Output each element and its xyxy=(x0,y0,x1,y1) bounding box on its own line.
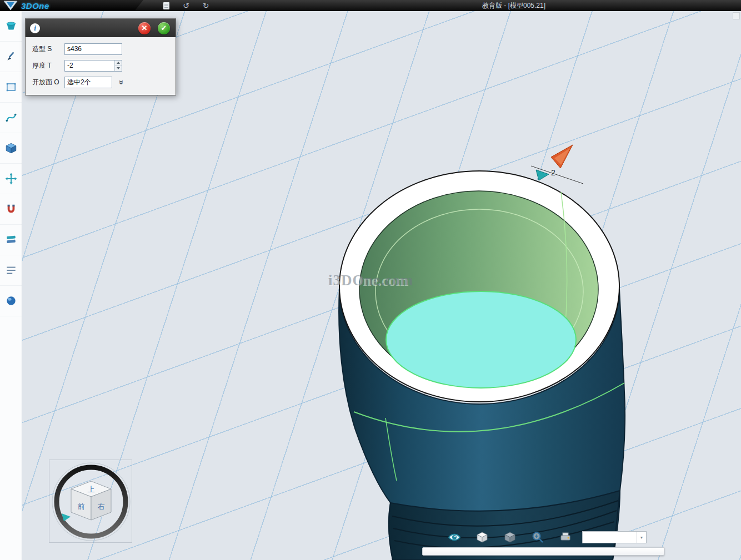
curve-tool[interactable] xyxy=(0,103,22,133)
dropdown-arrow-icon[interactable]: ▼ xyxy=(637,532,646,543)
brush-icon xyxy=(5,51,17,63)
view-cube-widget[interactable]: 上 前 右 xyxy=(49,460,132,543)
cancel-button[interactable]: ✕ xyxy=(138,22,151,34)
view-cube-canvas: 上 前 右 xyxy=(49,460,133,543)
combine-tool[interactable] xyxy=(0,225,22,255)
cube-feature-icon xyxy=(5,142,17,154)
constraint-tool[interactable] xyxy=(0,194,22,225)
thickness-spinner xyxy=(114,60,122,71)
visibility-eye-icon[interactable] xyxy=(448,531,461,544)
shape-field-label: 造型 S xyxy=(32,44,64,54)
dropdown-value xyxy=(583,532,637,543)
move-arrows-icon xyxy=(5,173,17,185)
shape-input[interactable] xyxy=(64,43,122,55)
thickness-drag-value: 2 xyxy=(551,168,555,177)
open-faces-input[interactable] xyxy=(64,77,112,88)
magnet-icon xyxy=(5,203,17,215)
cube-face-top-label: 上 xyxy=(88,485,95,493)
solid-primitive-tool[interactable] xyxy=(0,11,22,42)
bottom-toolbar xyxy=(448,531,572,544)
new-document-icon[interactable] xyxy=(163,2,169,9)
dialog-header: i ✕ ✓ xyxy=(26,19,176,37)
field-row-open-faces: 开放面 O » xyxy=(32,76,176,88)
thickness-input[interactable] xyxy=(64,60,122,72)
app-logo-icon xyxy=(3,1,18,11)
view-preset-dropdown[interactable]: ▼ xyxy=(582,531,647,543)
app-logo-text: 3DOne xyxy=(21,1,49,11)
shell-parameters-dialog: i ✕ ✓ 造型 S 厚度 T 开放面 O » xyxy=(25,18,176,95)
info-icon[interactable]: i xyxy=(30,23,40,33)
window-title: 教育版 - [模型005.21] xyxy=(482,0,545,11)
transform-tool[interactable] xyxy=(0,164,22,194)
double-chevron-down-icon: » xyxy=(118,80,126,84)
stacked-books-icon xyxy=(5,234,17,246)
cube-face-right-label: 右 xyxy=(98,502,105,511)
render-tool[interactable] xyxy=(0,286,22,316)
dialog-body: 造型 S 厚度 T 开放面 O » xyxy=(26,37,176,95)
open-faces-field-label: 开放面 O xyxy=(32,78,64,87)
field-row-thickness: 厚度 T xyxy=(32,59,176,72)
redo-icon[interactable]: ↻ xyxy=(203,2,209,9)
expand-selection-button[interactable]: » xyxy=(116,77,127,87)
spinner-up-button[interactable] xyxy=(115,60,122,66)
orientation-cube[interactable]: 上 前 右 xyxy=(71,481,111,520)
zoom-icon[interactable] xyxy=(531,531,544,544)
spinner-down-button[interactable] xyxy=(115,66,122,71)
sketch-tool[interactable] xyxy=(0,72,22,103)
thickness-field-label: 厚度 T xyxy=(32,61,64,70)
viewport-scroll-corner[interactable] xyxy=(733,12,740,19)
paint-tool[interactable] xyxy=(0,42,22,72)
sketch-plane-icon xyxy=(5,81,17,93)
wireframe-view-icon[interactable] xyxy=(503,531,517,544)
render-output-icon[interactable] xyxy=(559,531,572,544)
open-floor-face[interactable] xyxy=(386,291,576,388)
measure-tool[interactable] xyxy=(0,255,22,286)
sphere-icon xyxy=(5,295,17,307)
title-bar: 3DOne ↺ ↻ 教育版 - [模型005.21] xyxy=(0,0,741,11)
field-row-shape: 造型 S xyxy=(32,43,176,55)
left-toolbar xyxy=(0,11,22,560)
shaded-view-icon[interactable] xyxy=(475,531,489,544)
curve-icon xyxy=(5,112,17,124)
feature-tool[interactable] xyxy=(0,133,22,164)
solid-primitive-icon xyxy=(5,20,17,32)
undo-icon[interactable]: ↺ xyxy=(183,2,189,9)
app-menu-logo[interactable]: 3DOne xyxy=(0,0,143,11)
confirm-button[interactable]: ✓ xyxy=(158,22,170,34)
bottom-scrollbar[interactable] xyxy=(422,547,664,556)
measure-lines-icon xyxy=(5,264,17,276)
cube-face-front-label: 前 xyxy=(78,502,85,511)
